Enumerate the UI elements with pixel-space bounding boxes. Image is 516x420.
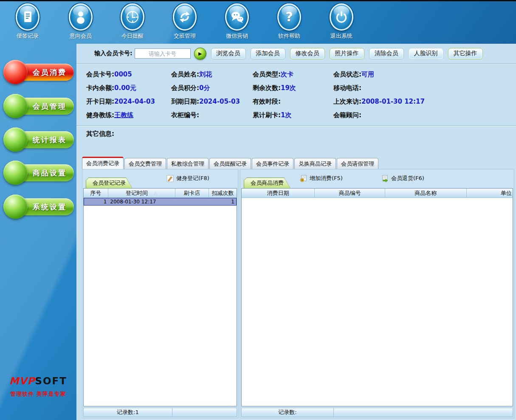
face-recognition-button[interactable]: 人脸识别 xyxy=(409,48,443,59)
tab-leave-manage[interactable]: 会员请假管理 xyxy=(337,158,378,169)
topbar-item-label: 微信营销 xyxy=(217,32,257,40)
photo-ops-button[interactable]: 照片操作 xyxy=(330,48,364,59)
info-field-fitness-coach: 健身教练:王教练 xyxy=(86,108,171,122)
tab-reminder-records[interactable]: 会员提醒记录 xyxy=(209,158,251,169)
tab-consume-records[interactable]: 会员消费记录 xyxy=(82,157,124,169)
checkin-records-tab[interactable]: 会员登记记录 xyxy=(86,178,133,189)
info-field-mobile-phone: 移动电话: xyxy=(333,81,516,95)
member-info-grid: 会员卡号:0005 会员姓名:刘花 会员类型:次卡 会员状态:可用 卡内余额:0… xyxy=(76,68,516,125)
brand-logo-red: MVP xyxy=(9,375,35,386)
record-count: 记录数:1 xyxy=(84,408,172,417)
clear-member-button[interactable]: 清除会员 xyxy=(369,48,404,59)
play-icon: ▶ xyxy=(198,51,202,56)
column-header-unit[interactable]: 单位 xyxy=(467,189,513,197)
info-field-member-points: 会员积分:0分 xyxy=(171,81,253,95)
topbar-item-intent-members[interactable]: 意向会员 xyxy=(60,3,101,40)
add-member-button[interactable]: 添加会员 xyxy=(251,48,285,59)
info-field-locker-number: 衣柜编号: xyxy=(171,108,253,122)
green-ball-icon xyxy=(3,194,28,219)
green-ball-icon xyxy=(3,127,28,152)
return-document-icon xyxy=(381,175,389,182)
topbar-item-label: 退出系统 xyxy=(321,32,362,40)
info-field-card-balance: 卡内余额:0.00元 xyxy=(86,81,171,95)
member-search-row: 输入会员卡号: ▶ 浏览会员 添加会员 修改会员 照片操作 清除会员 人脸识别 … xyxy=(76,44,516,64)
add-consume-button[interactable]: 增加消费(F5) xyxy=(300,175,343,182)
sidebar-item-system-settings[interactable]: 系统设置 xyxy=(3,194,74,219)
other-info-label: 其它信息: xyxy=(86,130,114,138)
member-return-button[interactable]: 会员退货(F6) xyxy=(381,175,424,182)
window-top-border xyxy=(0,0,516,1)
topbar-item-today-reminders[interactable]: 今日提醒 xyxy=(112,3,153,40)
topbar-item-wechat-marketing[interactable]: 微信营销 xyxy=(217,3,257,40)
column-header-checkin-time[interactable]: 登记时间△ xyxy=(108,189,175,197)
brand-logo: MVPSOFT 管理软件 美萍是专家 xyxy=(0,375,76,398)
checkin-records-panel: 会员登记记录 健身登记(F8) 序号 登记时间△ 刷卡店 扣减次数 xyxy=(82,169,238,418)
info-field-last-visit: 上次来访:2008-01-30 12:17 xyxy=(333,95,516,108)
divider xyxy=(76,125,516,126)
sidebar-item-label: 商品设置 xyxy=(33,168,67,178)
brand-tagline: 管理软件 美萍是专家 xyxy=(0,390,76,398)
topbar-item-software-help[interactable]: ? 软件帮助 xyxy=(269,3,310,40)
topbar-item-label: 今日提醒 xyxy=(112,32,153,40)
product-table-body xyxy=(242,198,513,406)
fitness-checkin-button[interactable]: 健身登记(F8) xyxy=(166,175,209,182)
add-document-icon xyxy=(300,175,307,182)
topbar-item-label: 意向会员 xyxy=(60,32,101,40)
product-consume-panel: 会员商品消费 增加消费(F5) 会员退货(F6) 消费日期 商品编号 xyxy=(240,169,514,418)
tab-payment-manage[interactable]: 会员交费管理 xyxy=(124,158,166,169)
topbar-item-note-records[interactable]: 便签记录 xyxy=(7,3,48,40)
green-ball-icon xyxy=(3,94,28,118)
card-number-input[interactable] xyxy=(135,48,191,59)
info-field-member-type: 会员类型:次卡 xyxy=(253,68,333,81)
main-area: 输入会员卡号: ▶ 浏览会员 添加会员 修改会员 照片操作 清除会员 人脸识别 … xyxy=(76,44,516,420)
column-header-deduct-times[interactable]: 扣减次数 xyxy=(209,189,237,197)
sidebar: 会员消费 会员管理 统计报表 商品设置 系统设置 MVPSOFT 管理软件 美萍… xyxy=(0,44,76,420)
column-header-product-code[interactable]: 商品编号 xyxy=(315,189,385,197)
green-ball-icon xyxy=(3,161,28,185)
sidebar-item-member-manage[interactable]: 会员管理 xyxy=(3,94,74,118)
product-table-header: 消费日期 商品编号 商品名称 单位 xyxy=(242,189,513,198)
column-header-seq[interactable]: 序号 xyxy=(84,189,108,197)
product-consume-tab[interactable]: 会员商品消费 xyxy=(244,178,290,189)
info-field-valid-period: 有效时段: xyxy=(253,95,333,108)
topbar-item-label: 交班管理 xyxy=(164,32,205,40)
search-go-button[interactable]: ▶ xyxy=(194,48,206,60)
status-spacer xyxy=(334,408,513,417)
red-ball-icon xyxy=(3,60,28,84)
sidebar-item-label: 系统设置 xyxy=(33,202,67,212)
info-field-membership-consultant: 会籍顾问: xyxy=(333,108,516,122)
topbar-item-label: 便签记录 xyxy=(7,32,48,40)
info-field-open-date: 开卡日期:2024-04-03 xyxy=(86,95,171,108)
topbar: 便签记录 意向会员 今日提醒 交班管理 微信营销 ? xyxy=(0,1,516,44)
power-icon xyxy=(330,3,353,31)
tab-private-coach-manage[interactable]: 私教综合管理 xyxy=(167,158,209,169)
table-row[interactable]: 1 2008-01-30 12:17 1 xyxy=(84,198,237,206)
column-header-consume-date[interactable]: 消费日期 xyxy=(242,189,315,197)
sidebar-item-label: 会员消费 xyxy=(33,68,67,77)
topbar-item-exit-system[interactable]: 退出系统 xyxy=(321,3,362,40)
edit-member-button[interactable]: 修改会员 xyxy=(290,48,325,59)
other-ops-button[interactable]: 其它操作 xyxy=(448,48,483,59)
record-tabbar: 会员消费记录 会员交费管理 私教综合管理 会员提醒记录 会员事件记录 兑换商品记… xyxy=(82,157,514,169)
brand-logo-dark: SOFT xyxy=(35,375,68,386)
topbar-item-shift-manage[interactable]: 交班管理 xyxy=(164,3,205,40)
sidebar-item-member-consume[interactable]: 会员消费 xyxy=(3,60,74,85)
wechat-icon xyxy=(225,3,249,31)
tab-event-records[interactable]: 会员事件记录 xyxy=(252,158,293,169)
column-header-product-name[interactable]: 商品名称 xyxy=(385,189,466,197)
record-count: 记录数: xyxy=(242,408,334,417)
info-field-member-status: 会员状态:可用 xyxy=(333,68,516,81)
info-field-remaining-times: 剩余次数:19次 xyxy=(253,81,333,95)
help-icon: ? xyxy=(277,3,301,31)
sidebar-item-label: 统计报表 xyxy=(33,135,67,145)
checkin-status-bar: 记录数:1 xyxy=(83,408,237,417)
coach-link[interactable]: 王教练 xyxy=(114,111,133,119)
app-window: 便签记录 意向会员 今日提醒 交班管理 微信营销 ? xyxy=(0,0,516,420)
column-header-store[interactable]: 刷卡店 xyxy=(175,189,209,197)
sidebar-item-stats-reports[interactable]: 统计报表 xyxy=(3,127,74,152)
browse-member-button[interactable]: 浏览会员 xyxy=(211,48,246,59)
sidebar-item-product-settings[interactable]: 商品设置 xyxy=(3,161,74,185)
card-number-label: 输入会员卡号: xyxy=(94,50,133,57)
tab-exchange-records[interactable]: 兑换商品记录 xyxy=(294,158,336,169)
sort-asc-icon: △ xyxy=(154,190,157,196)
